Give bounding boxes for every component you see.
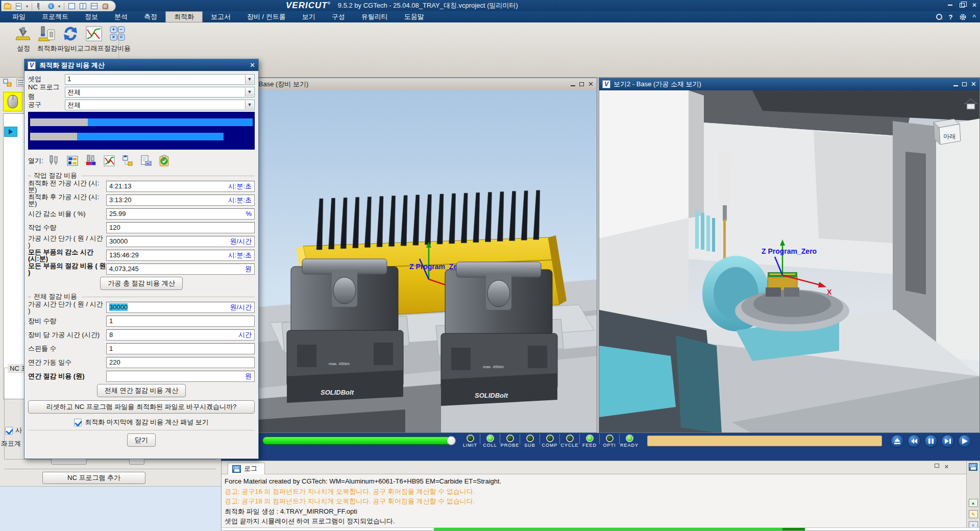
field-최적화 후 가공 시간 (시:분)[interactable]: 3:13:20시:분:초 [106,195,255,206]
menu-item-측정[interactable]: 측정 [136,11,165,22]
help-icon[interactable]: ? [949,13,953,21]
field-모든 부품의 감소 시간 (시:분)[interactable]: 135:46:29시:분:초 [106,250,255,261]
split-vertical-layout-icon[interactable] [79,3,88,10]
dialog-close-icon[interactable]: ✕ [250,61,255,69]
tab-log[interactable]: 로그 [228,463,265,474]
vericut-file-icon[interactable] [15,3,23,10]
use-checkbox[interactable] [5,427,13,435]
field-label: 가공 시간 단가 ( 원 / 시간 ) [28,235,106,248]
view1-close-icon[interactable]: ✕ [588,81,594,87]
field-장비 수량[interactable]: 1 [106,316,255,327]
view2-restore-icon[interactable] [962,81,967,87]
view1-canvas[interactable]: Z Program_Zero X max. 45Nm SOLIDBolt max… [222,90,597,432]
field-value: 120 [109,224,120,231]
view1-minimize-icon[interactable] [571,81,575,87]
view2-minimize-icon[interactable] [953,81,958,87]
total-savings-calculate-button[interactable]: 전체 연간 절감 비용 계산 [97,384,186,397]
pan-hand-icon[interactable] [102,3,110,10]
menu-item-유틸리티[interactable]: 유틸리티 [353,11,396,22]
view1-titlebar[interactable]: V 보기1 - Base (장비 보기) ✕ [222,78,597,90]
restore-button[interactable] [960,3,965,8]
menu-item-보기[interactable]: 보기 [294,11,324,22]
eject-button[interactable] [891,435,904,448]
close-button[interactable]: ✕ [972,1,977,9]
field-가공 시간 단가 ( 원 / 시간 )[interactable]: 30000원/시간 [106,302,255,313]
view2-titlebar[interactable]: V 보기2 - Base (가공 소재 보기) ✕ [599,78,979,90]
menu-item-프로젝트[interactable]: 프로젝트 [34,11,77,22]
collapse-marker-icon[interactable]: − [28,294,31,300]
open-project-icon[interactable] [4,3,12,10]
add-nc-program-button[interactable]: NC 프로그램 추가 [42,472,145,484]
field-가공 시간 단가 ( 원 / 시간 )[interactable]: 30000원/시간 [106,236,255,247]
menu-item-도움말[interactable]: 도움말 [396,11,432,22]
field-연간 가동 일수[interactable]: 220 [106,357,255,368]
save-opti-file-icon[interactable] [121,155,134,167]
log-messages: Force Material created by CGTech: WM=Alu… [225,476,964,525]
tool-wear-icon[interactable] [85,155,97,167]
field-시간 감소 비율 ( %)[interactable]: 25.99% [106,208,255,220]
menu-item-파일[interactable]: 파일 [4,11,34,22]
fast-backward-button[interactable] [908,435,921,448]
color-legend-icon[interactable] [66,155,79,167]
field-장비 당 가공 시간 (시간)[interactable]: 8시간 [106,329,255,341]
combo-nc-program[interactable]: 전체▼ [65,87,255,98]
tree-play-button[interactable] [4,127,17,137]
field-최적화 전 가공 시간 (시:분)[interactable]: 4:21:13시:분:초 [106,181,255,192]
chevron-down-icon[interactable]: ▼ [245,75,254,84]
menu-item-장비 / 컨트롤[interactable]: 장비 / 컨트롤 [239,11,294,22]
search-icon[interactable] [936,14,943,20]
combo-setup[interactable]: 1▼ [65,74,255,85]
tools-icon[interactable]: ✎ [969,510,978,518]
combo-tool[interactable]: 전체▼ [65,100,255,110]
view1-restore-icon[interactable] [579,81,584,87]
minimize-button[interactable] [948,5,952,6]
menu-item-보고서[interactable]: 보고서 [203,11,239,22]
ribbon-button-savings-cost[interactable]: +−×=절감비용 [99,26,136,57]
menu-item-최적화[interactable]: 최적화 [165,11,203,22]
pause-button[interactable] [924,435,938,448]
menu-item-분석[interactable]: 분석 [106,11,136,22]
chevron-down-icon[interactable]: ▼ [245,101,254,109]
export-up-icon[interactable]: ▲ [969,499,978,507]
menu-item-정보[interactable]: 정보 [77,11,106,22]
view2-canvas[interactable]: Z Program_Zero X 아래 [599,90,979,432]
split-horizontal-layout-icon[interactable] [90,3,99,10]
chevron-down-icon[interactable]: ▾ [58,4,60,9]
combo-label: 공구 [28,100,65,109]
dialog-titlebar[interactable]: V 최적화 절감 비용 계산 ✕ [24,59,258,71]
field-작업 수량[interactable]: 120 [106,222,255,233]
led-cycle [566,435,574,442]
log-restore-icon[interactable] [935,464,939,468]
log-close-icon[interactable]: ✕ [944,464,949,470]
nc-program-icon[interactable]: NC [140,155,152,167]
collapse-marker-icon[interactable]: − [28,173,31,179]
save-model-icon[interactable] [3,79,12,87]
orientation-cube[interactable]: 아래 [934,119,961,144]
gear-icon[interactable] [959,13,967,21]
chevron-down-icon[interactable]: ▼ [245,88,254,96]
tool-manager-icon[interactable] [36,3,44,10]
single-view-layout-icon[interactable] [68,3,77,10]
field-모든 부품의 절감 비용 ( 원 )[interactable]: 4,073,245원 [106,263,255,275]
info-icon[interactable]: i [47,3,56,10]
field-스핀들 수[interactable]: 1 [106,343,255,354]
collapse-ribbon-icon[interactable]: ^ [973,14,976,20]
step-forward-button[interactable] [941,435,954,448]
graph-icon[interactable] [103,155,115,167]
view2-close-icon[interactable]: ✕ [971,81,976,87]
field-value: 25.99 [109,210,126,218]
mouse-mode-button[interactable] [3,92,22,111]
log-book-icon[interactable] [969,463,977,471]
dialog-close-button[interactable]: 닫기 [127,433,156,447]
job-savings-calculate-button[interactable]: 가공 총 절감 비용 계산 [100,277,182,290]
show-panel-checkbox[interactable] [74,419,82,426]
reset-replace-nc-button[interactable]: 리셋하고 NC 프로그램 파일을 최적화된 파일로 바꾸시겠습니까? [28,400,255,414]
play-button[interactable] [958,435,971,448]
status-check-icon[interactable] [158,155,170,167]
menu-item-구성[interactable]: 구성 [324,11,353,22]
tool-manager-icon[interactable] [48,155,60,167]
field-value: 3:13:20 [109,196,131,204]
chevron-down-icon[interactable]: ▾ [26,4,28,9]
field-연간 절감 비용 (원)[interactable]: 원 [106,371,255,382]
progress-knob[interactable] [447,436,456,445]
